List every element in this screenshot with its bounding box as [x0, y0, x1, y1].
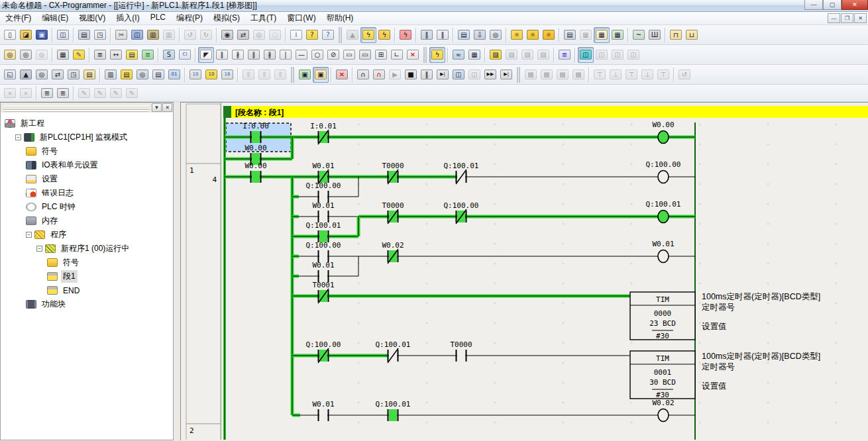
vertical-line-button[interactable]: |	[278, 47, 294, 63]
help-topics-button[interactable]: ?	[304, 27, 320, 43]
instruction-detail-button[interactable]: ▭	[357, 47, 373, 63]
step-end-button[interactable]: ▶|	[435, 67, 451, 83]
tree-item-3[interactable]: IO表和单元设置	[1, 158, 173, 172]
zoom-custom-button[interactable]: ◎	[18, 47, 34, 63]
menu-item-6[interactable]: 模拟(S)	[208, 11, 245, 25]
menu-item-7[interactable]: 工具(T)	[245, 11, 282, 25]
online-simulator-warn-button[interactable]: ϟ	[398, 27, 413, 43]
tree-item-13[interactable]: 功能块	[1, 297, 173, 311]
cross-reference-button[interactable]: ▥	[103, 67, 119, 83]
mdi-close-button[interactable]: ✕	[854, 13, 867, 23]
menu-item-5[interactable]: 编程(P)	[171, 11, 208, 25]
section-header-bar[interactable]	[223, 106, 868, 118]
tools-button[interactable]: ▲	[18, 67, 34, 83]
cycle-time-button[interactable]: ~	[631, 27, 647, 43]
instruction-box-button[interactable]: ▭	[341, 47, 357, 63]
window-titlebar[interactable]: 未命名標题 - CX-Programmer - [[运行中] - 新PLC1.新…	[0, 0, 868, 12]
mode-monitor-button[interactable]: ✳	[525, 27, 541, 43]
plc-transfer-button[interactable]: ▣	[313, 67, 329, 83]
contact-no-button[interactable]: ∥	[214, 47, 230, 63]
menu-item-8[interactable]: 窗口(W)	[282, 11, 321, 25]
print-preview-button[interactable]: ◳	[92, 27, 108, 43]
work-online-button[interactable]: ϟ	[360, 27, 376, 43]
panel-splitter[interactable]	[174, 102, 180, 440]
horizontal-line-button[interactable]: —	[294, 47, 309, 63]
grid-toggle-button[interactable]: ▦	[55, 47, 71, 63]
coil-closed-tool-button[interactable]: ⊘	[325, 47, 341, 63]
monitor-decimal-button[interactable]: 10	[188, 67, 203, 83]
online-transfer-button[interactable]: ◫	[451, 67, 466, 83]
program-structure-button[interactable]: ≣	[140, 47, 156, 63]
align-list-bottom-button[interactable]: ≣	[55, 85, 71, 101]
monitor-hex-button[interactable]: 16	[219, 67, 235, 83]
menu-item-4[interactable]: PLC	[145, 11, 171, 25]
view-mnemonic-button[interactable]: ▤	[562, 27, 578, 43]
window-float-button[interactable]: ◳	[66, 67, 81, 83]
watch-window-button[interactable]: ◎	[135, 67, 150, 83]
force-set-button[interactable]: ▨	[488, 47, 504, 63]
hr-monitor-button[interactable]: ◫	[578, 47, 594, 63]
pause-monitoring-button[interactable]: ‖	[419, 27, 435, 43]
address-reference-button[interactable]: ▤	[119, 67, 135, 83]
pause-run-button[interactable]: ‖	[419, 67, 435, 83]
menu-item-2[interactable]: 视图(V)	[74, 11, 111, 25]
maximize-button[interactable]: ▢	[823, 0, 841, 10]
view-monitor-button[interactable]: ▦	[610, 27, 625, 43]
tree-item-11[interactable]: 段1	[1, 270, 173, 283]
release-password-button[interactable]: ⊔	[684, 27, 700, 43]
minimize-button[interactable]: —	[804, 0, 823, 10]
tree-item-8[interactable]: −程序	[1, 228, 173, 242]
tree-expander-icon[interactable]: −	[36, 246, 42, 252]
data-trace-button[interactable]: ≈	[451, 47, 466, 63]
tree-item-6[interactable]: PLC 时钟	[1, 200, 173, 214]
run-to-end-button[interactable]: ▶|	[498, 67, 514, 83]
tree-item-2[interactable]: 符号	[1, 144, 173, 158]
rung-comment-button[interactable]: ✎	[71, 47, 87, 63]
align-list-top-button[interactable]: ≣	[39, 85, 55, 101]
menu-item-0[interactable]: 文件(F)	[0, 11, 36, 25]
menu-item-3[interactable]: 插入(I)	[111, 11, 144, 25]
close-monitor-button[interactable]: ✕	[334, 67, 350, 83]
panel-dropdown-button[interactable]: ▼	[152, 103, 162, 112]
find-button[interactable]: ◉	[219, 27, 235, 43]
binary-monitor-button[interactable]: ≣	[557, 47, 572, 63]
window-layout-button[interactable]: ⇄	[50, 67, 66, 83]
mdi-restore-button[interactable]: ❐	[841, 13, 853, 23]
set-password-button[interactable]: ⊓	[668, 27, 684, 43]
close-button[interactable]: ✕	[841, 0, 868, 10]
find-report-button[interactable]: ◎	[34, 67, 50, 83]
copy-button[interactable]: ◫	[129, 27, 145, 43]
memory-view-button[interactable]: 01	[166, 67, 182, 83]
paste-button[interactable]: ▥	[145, 27, 161, 43]
select-tool-button[interactable]: ◤	[198, 47, 214, 63]
panel-drag-grip[interactable]	[3, 105, 149, 110]
delete-line-button[interactable]: ✕	[405, 47, 421, 63]
compare-with-plc-button[interactable]: ◎	[488, 27, 504, 43]
panel-close-button[interactable]: ✕	[162, 103, 172, 112]
io-graph-button[interactable]: Ш	[647, 27, 663, 43]
print-button[interactable]: ▤	[76, 27, 92, 43]
output-window-button[interactable]: ▤	[150, 67, 166, 83]
mdi-minimize-button[interactable]: —	[828, 13, 840, 23]
address-display-button[interactable]: ≣	[92, 47, 108, 63]
tree-expander-icon[interactable]: −	[26, 232, 32, 238]
program-check-button[interactable]: ▤	[456, 27, 472, 43]
transfer-to-plc-button[interactable]: ⇩	[472, 27, 488, 43]
view-ladder-button[interactable]: ▦	[594, 27, 610, 43]
line-corner-button[interactable]: ∟	[389, 47, 405, 63]
cut-button[interactable]: ✂	[113, 27, 129, 43]
tree-item-1[interactable]: −新PLC1[CP1H] 监视模式	[1, 130, 173, 144]
rung-margin-cell[interactable]	[186, 104, 221, 164]
save-project-button[interactable]: ▣	[34, 27, 50, 43]
contact-nc-button[interactable]: ∦	[230, 47, 246, 63]
mode-run-button[interactable]: ✳	[509, 27, 525, 43]
new-project-button[interactable]: ▯	[2, 27, 18, 43]
pause-button[interactable]: ‖	[435, 27, 451, 43]
tree-item-7[interactable]: 内存	[1, 214, 173, 228]
online-edit-button[interactable]: ∩	[355, 67, 371, 83]
menu-item-9[interactable]: 帮助(H)	[321, 11, 359, 25]
monitor-size-button[interactable]: ↔	[108, 47, 124, 63]
zoom-in-button[interactable]: ◎	[2, 47, 18, 63]
contact-or-nc-button[interactable]: ∦	[262, 47, 278, 63]
view-diagram-button[interactable]: ◫	[55, 27, 71, 43]
